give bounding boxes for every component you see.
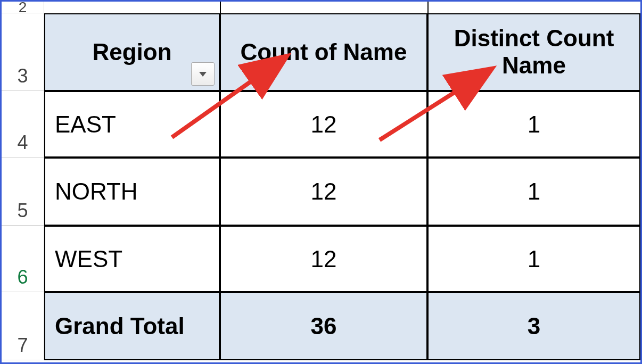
header-count-label: Count of Name <box>241 39 407 66</box>
row-header-6[interactable]: 6 <box>2 226 44 292</box>
row-header-2[interactable]: 2 <box>2 2 44 13</box>
header-count-of-name[interactable]: Count of Name <box>220 13 427 91</box>
cell-grand-total-label[interactable]: Grand Total <box>44 292 220 360</box>
cell-region-north[interactable]: NORTH <box>44 158 220 226</box>
cell-distinct-west[interactable]: 1 <box>427 226 640 292</box>
empty-cell[interactable] <box>44 2 220 13</box>
cell-region-east[interactable]: EAST <box>44 91 220 158</box>
chevron-down-icon <box>198 71 208 77</box>
empty-cell[interactable] <box>220 2 427 13</box>
svg-marker-0 <box>199 72 207 77</box>
header-distinct-count-name[interactable]: Distinct Count Name <box>427 13 640 91</box>
cell-grand-total-distinct[interactable]: 3 <box>427 292 640 360</box>
cell-distinct-east[interactable]: 1 <box>427 91 640 158</box>
cell-count-west[interactable]: 12 <box>220 226 427 292</box>
header-region[interactable]: Region <box>44 13 220 91</box>
cell-count-east[interactable]: 12 <box>220 91 427 158</box>
cell-count-north[interactable]: 12 <box>220 158 427 226</box>
row-header-7[interactable]: 7 <box>2 292 44 360</box>
header-region-label: Region <box>92 39 171 66</box>
empty-cell[interactable] <box>427 2 640 13</box>
row-header-4[interactable]: 4 <box>2 91 44 158</box>
row-header-5[interactable]: 5 <box>2 158 44 226</box>
pivot-table: 2 3 Region Count of Name Distinct Count … <box>2 2 640 362</box>
cell-grand-total-count[interactable]: 36 <box>220 292 427 360</box>
row-header-3[interactable]: 3 <box>2 13 44 91</box>
cell-distinct-north[interactable]: 1 <box>427 158 640 226</box>
header-distinct-label: Distinct Count Name <box>438 25 630 79</box>
cell-region-west[interactable]: WEST <box>44 226 220 292</box>
region-filter-button[interactable] <box>191 62 215 86</box>
